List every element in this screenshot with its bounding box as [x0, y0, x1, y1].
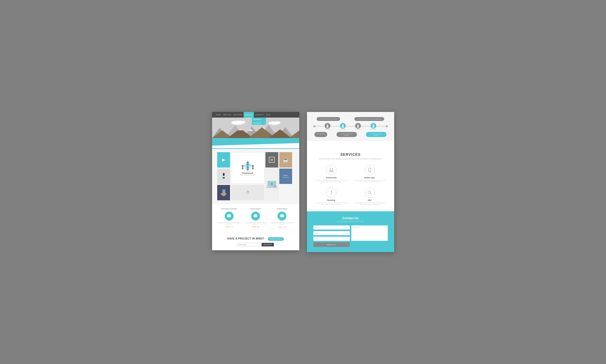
dropdown-item-1[interactable]: Sub-Menu 1: [252, 118, 266, 121]
portfolio-section: ▶: [212, 148, 299, 204]
feature-1-icon: [225, 212, 234, 221]
comments-label: Comments: [353, 227, 360, 228]
svg-rect-21: [247, 166, 249, 169]
svg-point-37: [271, 183, 272, 184]
svg-rect-55: [342, 126, 344, 128]
email-field[interactable]: Email ▼: [313, 225, 350, 230]
nav-bar: HOME ABOUT US SOLUTIONS SERVICES CONTACT…: [212, 112, 299, 118]
portfolio-item-8[interactable]: [217, 185, 230, 200]
timeline-node-1: Lorem Ipsum: [325, 123, 331, 130]
feature-2-icon: [251, 212, 260, 221]
submit-button[interactable]: Ready to Go!: [313, 242, 350, 247]
email-row: GET ACCESS: [217, 243, 294, 246]
timeline-circle-1: [325, 123, 330, 129]
nav-contacts[interactable]: CONTACTS: [254, 112, 265, 118]
testimonials-name: Testimonials: [315, 177, 348, 179]
timeline-bubble-top-1: Lorem ipsum dolor sit amet, consectetur: [317, 117, 340, 121]
testimonials-icon: [326, 165, 336, 175]
timeline-node-2: Lorem Ipsum: [340, 123, 346, 130]
feature-1: Suspendisse Solicitudin Lorem ipsum dolo…: [217, 208, 241, 228]
cta-title: HAVE A PROJECT IN MIND?: [227, 237, 264, 240]
nav-services[interactable]: SERVICES: [244, 112, 254, 118]
contact-section: Contact Us GOT AN IDEA? DROP US A LINE! …: [307, 211, 394, 252]
feature-3: Aliquam Massa Lorem ipsum dolor sit amet…: [270, 208, 294, 228]
timeline-label-3: Lorem Ipsum: [355, 129, 361, 130]
timeline-nodes-row: Lorem Ipsum Lorem Ipsum Lorem Ipsum: [311, 123, 390, 130]
svg-point-26: [247, 161, 249, 163]
mobile-icon: [365, 165, 375, 175]
cta-button[interactable]: GIVE US A SHOUT: [268, 237, 284, 241]
branding-text: Lorem ipsum dolor sit amet, consectetur …: [315, 202, 348, 205]
svg-rect-47: [228, 214, 230, 215]
portfolio-item-5[interactable]: 📱 💻: [217, 169, 230, 184]
feature-2: Tempus Sapien Lorem ipsum dolor sit amet…: [244, 208, 267, 228]
svg-rect-49: [254, 214, 257, 215]
svg-rect-46: [227, 215, 231, 217]
subject-field[interactable]: Subject ▼: [313, 237, 350, 241]
hero-teal-bar: [212, 138, 299, 146]
contact-form: Email ▼ Comments Name ▼ Subject ▼: [313, 225, 388, 247]
feature-3-title: Aliquam Massa: [270, 208, 294, 210]
feature-2-title: Tempus Sapien: [244, 208, 267, 210]
svg-rect-50: [280, 215, 284, 217]
timeline-circle-4: [371, 123, 376, 129]
timeline-dot-start: [313, 125, 315, 127]
feature-2-stars: ★★★★★: [244, 226, 267, 228]
feature-1-stars: ★★★★★: [217, 226, 241, 228]
teamwork-sub: LOREM IPSUM DOLOR SIT AMET: [240, 174, 256, 176]
svg-point-58: [373, 124, 374, 126]
portfolio-item-3[interactable]: 23: [265, 152, 278, 168]
name-field[interactable]: Name ▼: [313, 231, 350, 235]
contact-title: Contact Us: [313, 216, 388, 220]
page-left: HOME ABOUT US SOLUTIONS SERVICES CONTACT…: [212, 112, 299, 250]
svg-rect-57: [357, 126, 359, 128]
section-gap: [307, 141, 394, 146]
services-title: SERVICES: [315, 152, 386, 157]
name-dropdown-arrow: ▼: [346, 232, 348, 234]
portfolio-item-1[interactable]: ▶: [217, 152, 230, 168]
seo-text: Lorem ipsum dolor sit amet, consectetur …: [353, 202, 386, 205]
dropdown-item-2[interactable]: Sub-Menu 2: [252, 121, 266, 125]
nav-blog[interactable]: BLOG: [265, 112, 272, 118]
portfolio-item-4[interactable]: ☕: [279, 152, 292, 168]
svg-text:23: 23: [270, 159, 273, 161]
feature-3-icon: [277, 212, 286, 221]
branding-icon: [326, 188, 336, 198]
timeline-bubble-bot-3: Lorem ipsum dolor sit amet, consectetur: [366, 132, 386, 137]
svg-point-66: [368, 191, 371, 193]
comments-field[interactable]: Comments: [351, 225, 388, 241]
timeline-circle-2: [340, 123, 346, 129]
nav-dropdown: Sub-Menu 1 Sub-Menu 2: [252, 118, 266, 125]
service-testimonials: Testimonials Lorem ipsum dolor sit amet,…: [315, 165, 348, 182]
get-access-button[interactable]: GET ACCESS: [262, 243, 274, 246]
subject-field-label: Subject: [315, 238, 320, 240]
portfolio-teamwork[interactable]: Teamwork LOREM IPSUM DOLOR SIT AMET: [231, 152, 264, 184]
svg-point-65: [331, 191, 332, 192]
email-input[interactable]: [237, 243, 260, 246]
contact-subtitle: GOT AN IDEA? DROP US A LINE!: [313, 221, 388, 222]
svg-point-56: [357, 124, 359, 126]
service-seo: SEO Lorem ipsum dolor sit amet, consecte…: [353, 188, 386, 205]
email-field-label: Email: [315, 227, 319, 228]
nav-home[interactable]: HOME: [215, 112, 222, 118]
mobile-name: Mobile Apps: [353, 177, 386, 179]
nav-about[interactable]: ABOUT US: [222, 112, 232, 118]
svg-rect-25: [252, 167, 254, 169]
portfolio-item-7[interactable]: TRAVEL CONTACTS: [279, 169, 292, 184]
page-right: Lorem ipsum dolor sit amet, consectetur …: [307, 112, 394, 252]
portfolio-item-9[interactable]: ⏱: [231, 185, 264, 200]
seo-name: SEO: [353, 199, 386, 201]
cta-section: HAVE A PROJECT IN MIND? GIVE US A SHOUT …: [212, 232, 299, 250]
svg-point-4: [274, 121, 281, 124]
seo-icon: [365, 188, 375, 198]
svg-rect-51: [281, 214, 283, 215]
portfolio-laptop[interactable]: [265, 169, 278, 200]
svg-rect-36: [266, 186, 277, 188]
nav-solutions[interactable]: SOLUTIONS: [232, 112, 244, 118]
feature-1-text: Lorem ipsum dolor sit amet, consectetur …: [217, 222, 241, 225]
svg-point-24: [252, 165, 254, 167]
pages-container: HOME ABOUT US SOLUTIONS SERVICES CONTACT…: [212, 112, 394, 252]
services-section: SERVICES Lorem ipsum dolor sit amet, con…: [307, 146, 394, 212]
timeline-circle-3: [355, 123, 361, 129]
features-grid: Suspendisse Solicitudin Lorem ipsum dolo…: [217, 208, 294, 228]
